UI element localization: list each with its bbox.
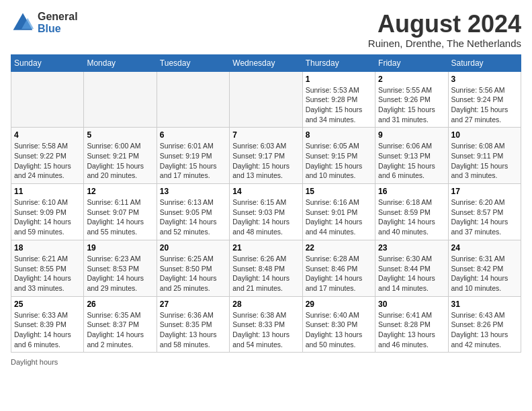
day-info: Sunrise: 5:56 AMSunset: 9:24 PMDaylight:… xyxy=(451,85,518,125)
location: Ruinen, Drenthe, The Netherlands xyxy=(368,38,521,49)
calendar-cell: 9Sunrise: 6:06 AMSunset: 9:13 PMDaylight… xyxy=(375,128,448,184)
day-info: Sunrise: 6:13 AMSunset: 9:05 PMDaylight:… xyxy=(160,197,226,237)
daylight-label: Daylight hours xyxy=(11,358,58,366)
day-number: 13 xyxy=(160,187,226,196)
day-info: Sunrise: 6:08 AMSunset: 9:11 PMDaylight:… xyxy=(451,141,518,181)
calendar-cell: 2Sunrise: 5:55 AMSunset: 9:26 PMDaylight… xyxy=(375,71,448,128)
calendar-cell: 14Sunrise: 6:15 AMSunset: 9:03 PMDayligh… xyxy=(230,184,302,240)
day-number: 2 xyxy=(378,75,445,84)
day-number: 1 xyxy=(306,75,372,84)
day-number: 25 xyxy=(14,300,81,309)
calendar-table: SundayMondayTuesdayWednesdayThursdayFrid… xyxy=(11,54,521,353)
calendar-week-5: 25Sunrise: 6:33 AMSunset: 8:39 PMDayligh… xyxy=(11,296,521,353)
day-number: 16 xyxy=(378,187,445,196)
day-number: 29 xyxy=(306,300,372,309)
day-info: Sunrise: 6:03 AMSunset: 9:17 PMDaylight:… xyxy=(232,141,299,181)
calendar-cell xyxy=(230,71,302,128)
day-info: Sunrise: 6:16 AMSunset: 9:01 PMDaylight:… xyxy=(306,197,372,237)
day-number: 22 xyxy=(306,243,372,253)
logo-text: General Blue xyxy=(38,11,78,34)
day-info: Sunrise: 6:18 AMSunset: 8:59 PMDaylight:… xyxy=(378,197,445,237)
weekday-tuesday: Tuesday xyxy=(157,54,229,71)
day-info: Sunrise: 6:28 AMSunset: 8:46 PMDaylight:… xyxy=(306,254,372,293)
day-number: 8 xyxy=(306,130,372,140)
calendar-cell: 30Sunrise: 6:41 AMSunset: 8:28 PMDayligh… xyxy=(375,296,448,353)
day-number: 20 xyxy=(160,243,226,253)
calendar-cell xyxy=(157,71,229,128)
calendar-cell: 31Sunrise: 6:43 AMSunset: 8:26 PMDayligh… xyxy=(448,296,521,353)
calendar-cell: 27Sunrise: 6:36 AMSunset: 8:35 PMDayligh… xyxy=(157,296,229,353)
weekday-friday: Friday xyxy=(375,54,448,71)
calendar-week-4: 18Sunrise: 6:21 AMSunset: 8:55 PMDayligh… xyxy=(11,240,521,296)
weekday-wednesday: Wednesday xyxy=(230,54,302,71)
calendar-week-3: 11Sunrise: 6:10 AMSunset: 9:09 PMDayligh… xyxy=(11,184,521,240)
day-info: Sunrise: 6:43 AMSunset: 8:26 PMDaylight:… xyxy=(451,310,518,350)
day-number: 11 xyxy=(14,187,81,196)
footer: Daylight hours xyxy=(11,358,521,366)
day-number: 17 xyxy=(451,187,518,196)
weekday-saturday: Saturday xyxy=(448,54,521,71)
day-info: Sunrise: 6:26 AMSunset: 8:48 PMDaylight:… xyxy=(232,254,299,293)
calendar-cell: 16Sunrise: 6:18 AMSunset: 8:59 PMDayligh… xyxy=(375,184,448,240)
calendar-cell: 28Sunrise: 6:38 AMSunset: 8:33 PMDayligh… xyxy=(230,296,302,353)
calendar-cell: 4Sunrise: 5:58 AMSunset: 9:22 PMDaylight… xyxy=(11,128,84,184)
day-number: 6 xyxy=(160,130,226,140)
day-number: 23 xyxy=(378,243,445,253)
calendar-cell: 23Sunrise: 6:30 AMSunset: 8:44 PMDayligh… xyxy=(375,240,448,296)
day-info: Sunrise: 6:06 AMSunset: 9:13 PMDaylight:… xyxy=(378,141,445,181)
day-number: 18 xyxy=(14,243,81,253)
weekday-sunday: Sunday xyxy=(11,54,84,71)
day-info: Sunrise: 6:01 AMSunset: 9:19 PMDaylight:… xyxy=(160,141,226,181)
day-info: Sunrise: 6:35 AMSunset: 8:37 PMDaylight:… xyxy=(87,310,153,350)
day-info: Sunrise: 5:53 AMSunset: 9:28 PMDaylight:… xyxy=(306,85,372,125)
day-number: 30 xyxy=(378,300,445,309)
calendar-cell: 6Sunrise: 6:01 AMSunset: 9:19 PMDaylight… xyxy=(157,128,229,184)
day-info: Sunrise: 6:10 AMSunset: 9:09 PMDaylight:… xyxy=(14,197,81,237)
page-header: General Blue August 2024 Ruinen, Drenthe… xyxy=(11,11,521,49)
calendar-cell: 10Sunrise: 6:08 AMSunset: 9:11 PMDayligh… xyxy=(448,128,521,184)
weekday-header-row: SundayMondayTuesdayWednesdayThursdayFrid… xyxy=(11,54,521,71)
weekday-thursday: Thursday xyxy=(302,54,375,71)
day-info: Sunrise: 6:05 AMSunset: 9:15 PMDaylight:… xyxy=(306,141,372,181)
day-info: Sunrise: 5:55 AMSunset: 9:26 PMDaylight:… xyxy=(378,85,445,125)
calendar-cell: 8Sunrise: 6:05 AMSunset: 9:15 PMDaylight… xyxy=(302,128,375,184)
month-year: August 2024 xyxy=(368,11,521,38)
logo-blue: Blue xyxy=(38,23,78,35)
calendar-cell: 20Sunrise: 6:25 AMSunset: 8:50 PMDayligh… xyxy=(157,240,229,296)
calendar-cell: 12Sunrise: 6:11 AMSunset: 9:07 PMDayligh… xyxy=(84,184,157,240)
day-info: Sunrise: 5:58 AMSunset: 9:22 PMDaylight:… xyxy=(14,141,81,181)
calendar-cell: 26Sunrise: 6:35 AMSunset: 8:37 PMDayligh… xyxy=(84,296,157,353)
calendar-week-2: 4Sunrise: 5:58 AMSunset: 9:22 PMDaylight… xyxy=(11,128,521,184)
logo-general: General xyxy=(38,11,78,23)
day-number: 19 xyxy=(87,243,153,253)
calendar-cell: 18Sunrise: 6:21 AMSunset: 8:55 PMDayligh… xyxy=(11,240,84,296)
day-number: 5 xyxy=(87,130,153,140)
day-info: Sunrise: 6:00 AMSunset: 9:21 PMDaylight:… xyxy=(87,141,153,181)
calendar-cell: 29Sunrise: 6:40 AMSunset: 8:30 PMDayligh… xyxy=(302,296,375,353)
calendar-cell: 19Sunrise: 6:23 AMSunset: 8:53 PMDayligh… xyxy=(84,240,157,296)
calendar-cell: 22Sunrise: 6:28 AMSunset: 8:46 PMDayligh… xyxy=(302,240,375,296)
calendar-cell: 17Sunrise: 6:20 AMSunset: 8:57 PMDayligh… xyxy=(448,184,521,240)
day-number: 31 xyxy=(451,300,518,309)
day-number: 12 xyxy=(87,187,153,196)
day-number: 10 xyxy=(451,130,518,140)
day-number: 9 xyxy=(378,130,445,140)
day-info: Sunrise: 6:21 AMSunset: 8:55 PMDaylight:… xyxy=(14,254,81,293)
day-info: Sunrise: 6:30 AMSunset: 8:44 PMDaylight:… xyxy=(378,254,445,293)
calendar-cell: 13Sunrise: 6:13 AMSunset: 9:05 PMDayligh… xyxy=(157,184,229,240)
day-info: Sunrise: 6:36 AMSunset: 8:35 PMDaylight:… xyxy=(160,310,226,350)
day-number: 7 xyxy=(232,130,299,140)
calendar-cell: 1Sunrise: 5:53 AMSunset: 9:28 PMDaylight… xyxy=(302,71,375,128)
day-number: 21 xyxy=(232,243,299,253)
day-number: 4 xyxy=(14,130,81,140)
day-info: Sunrise: 6:25 AMSunset: 8:50 PMDaylight:… xyxy=(160,254,226,293)
day-info: Sunrise: 6:20 AMSunset: 8:57 PMDaylight:… xyxy=(451,197,518,237)
day-info: Sunrise: 6:15 AMSunset: 9:03 PMDaylight:… xyxy=(232,197,299,237)
day-number: 3 xyxy=(451,75,518,84)
calendar-week-1: 1Sunrise: 5:53 AMSunset: 9:28 PMDaylight… xyxy=(11,71,521,128)
calendar-cell: 5Sunrise: 6:00 AMSunset: 9:21 PMDaylight… xyxy=(84,128,157,184)
day-info: Sunrise: 6:41 AMSunset: 8:28 PMDaylight:… xyxy=(378,310,445,350)
calendar-cell: 3Sunrise: 5:56 AMSunset: 9:24 PMDaylight… xyxy=(448,71,521,128)
day-number: 26 xyxy=(87,300,153,309)
calendar-cell: 15Sunrise: 6:16 AMSunset: 9:01 PMDayligh… xyxy=(302,184,375,240)
